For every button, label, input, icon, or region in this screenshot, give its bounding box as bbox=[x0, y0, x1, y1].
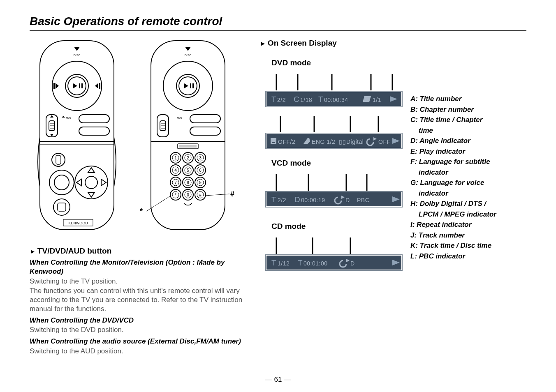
vcd-mode-heading: VCD mode bbox=[271, 159, 404, 168]
svg-rect-61 bbox=[179, 145, 197, 148]
osd-bar-dvd1: T 2/2 C 1/18 T 00:00:34 1/1 bbox=[264, 71, 404, 108]
body-tv-desc: The functions you can control with this … bbox=[30, 286, 252, 313]
star-label: * bbox=[140, 207, 143, 216]
svg-text:PBC: PBC bbox=[357, 197, 369, 203]
svg-rect-49 bbox=[190, 83, 191, 88]
svg-text:OFF: OFF bbox=[378, 138, 391, 145]
svg-text:T: T bbox=[318, 95, 323, 104]
svg-text:#: # bbox=[199, 193, 202, 197]
svg-text:00:00:34: 00:00:34 bbox=[324, 97, 348, 103]
svg-rect-39 bbox=[58, 203, 66, 211]
svg-rect-134 bbox=[266, 192, 401, 206]
svg-point-29 bbox=[54, 175, 69, 190]
svg-text:D: D bbox=[350, 260, 355, 267]
osd-bar-dvd2: OFF/2 ENG 1/2 ▯▯ Digital OFF bbox=[264, 113, 404, 150]
svg-text:2/2: 2/2 bbox=[278, 197, 286, 203]
svg-rect-11 bbox=[53, 83, 55, 89]
remote-right: DISC M/S bbox=[137, 39, 239, 236]
osd-bar-cd: T 1/12 T 00:01:00 D bbox=[264, 235, 404, 272]
osd-heading: On Screen Display bbox=[260, 39, 526, 48]
page-number: — 61 — bbox=[0, 376, 556, 384]
svg-text:00:01:00: 00:01:00 bbox=[303, 260, 328, 267]
svg-text:DISC: DISC bbox=[185, 54, 192, 57]
svg-text:9: 9 bbox=[199, 180, 202, 185]
svg-rect-13 bbox=[99, 83, 100, 89]
svg-text:00:00:19: 00:00:19 bbox=[301, 197, 325, 203]
svg-text:DISC: DISC bbox=[74, 54, 81, 57]
svg-text:ENG 1/2: ENG 1/2 bbox=[312, 138, 335, 145]
svg-text:KENWOOD: KENWOOD bbox=[68, 221, 88, 225]
subheading-monitor: When Controlling the Monitor/Television … bbox=[30, 258, 252, 276]
svg-text:5: 5 bbox=[187, 168, 189, 173]
svg-text:D: D bbox=[345, 197, 350, 203]
osd-legend: A: Title number B: Chapter number C: Tit… bbox=[410, 91, 496, 261]
svg-text:T: T bbox=[298, 258, 303, 267]
svg-rect-50 bbox=[192, 83, 194, 88]
svg-text:7: 7 bbox=[174, 180, 177, 185]
svg-point-31 bbox=[85, 176, 97, 189]
svg-text:T: T bbox=[271, 95, 276, 104]
svg-text:2: 2 bbox=[187, 156, 189, 160]
svg-rect-57 bbox=[190, 115, 220, 123]
body-tv-pos: Switching to the TV position. bbox=[30, 277, 252, 286]
svg-text:1/12: 1/12 bbox=[278, 260, 290, 267]
svg-text:0: 0 bbox=[187, 193, 189, 197]
svg-text:1/1: 1/1 bbox=[373, 97, 381, 103]
svg-text:*: * bbox=[175, 193, 176, 197]
cd-mode-heading: CD mode bbox=[271, 222, 404, 231]
svg-text:M/S: M/S bbox=[66, 117, 71, 120]
svg-text:1: 1 bbox=[174, 156, 177, 160]
svg-rect-7 bbox=[79, 83, 80, 88]
svg-text:Digital: Digital bbox=[346, 138, 364, 145]
svg-rect-58 bbox=[190, 127, 220, 135]
svg-text:8: 8 bbox=[187, 180, 189, 185]
svg-text:C: C bbox=[294, 95, 299, 104]
svg-text:T: T bbox=[271, 195, 276, 204]
remote-left: DISC bbox=[30, 39, 124, 236]
svg-text:▯▯: ▯▯ bbox=[339, 138, 346, 145]
svg-rect-25 bbox=[79, 127, 109, 135]
body-aud-pos: Switching to the AUD position. bbox=[30, 347, 252, 356]
svg-text:4: 4 bbox=[174, 168, 177, 173]
svg-text:D: D bbox=[294, 195, 300, 204]
svg-text:6: 6 bbox=[199, 168, 202, 173]
svg-rect-122 bbox=[272, 142, 275, 143]
subheading-dvd: When Controlling the DVD/VCD bbox=[30, 316, 252, 325]
svg-text:T: T bbox=[271, 258, 276, 267]
tv-dvd-aud-heading: TV/DVD/AUD button bbox=[30, 247, 252, 256]
svg-rect-8 bbox=[81, 83, 83, 88]
svg-text:3: 3 bbox=[199, 156, 202, 160]
page-title: Basic Operations of remote control bbox=[30, 15, 526, 28]
osd-bar-vcd: T 2/2 D 00:00:19 D PBC bbox=[264, 172, 404, 209]
body-dvd-pos: Switching to the DVD position. bbox=[30, 325, 252, 334]
svg-text:OFF/2: OFF/2 bbox=[278, 138, 295, 145]
dvd-mode-heading: DVD mode bbox=[271, 58, 404, 67]
svg-rect-24 bbox=[79, 115, 109, 123]
subheading-audio: When Controlling the audio source (Exter… bbox=[30, 337, 252, 346]
svg-text:2/2: 2/2 bbox=[277, 97, 286, 103]
svg-text:1/18: 1/18 bbox=[300, 97, 312, 103]
svg-rect-37 bbox=[56, 155, 61, 164]
hash-label: # bbox=[230, 190, 234, 198]
svg-text:M/S: M/S bbox=[177, 117, 182, 120]
